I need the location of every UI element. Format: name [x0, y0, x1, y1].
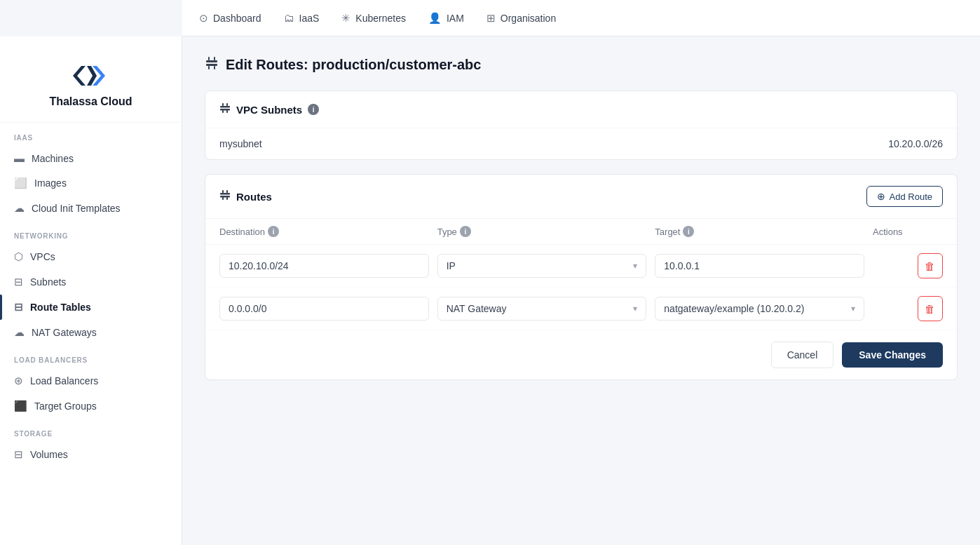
page-title-row: Edit Routes: production/customer-abc	[205, 56, 958, 74]
brand-logo	[72, 56, 111, 95]
route-row-1: NAT Gateway ▾ natgateway/example (10.20.…	[205, 288, 957, 330]
iaas-icon: 🗂	[284, 12, 294, 24]
cancel-button[interactable]: Cancel	[771, 342, 834, 368]
add-route-button[interactable]: ⊕ Add Route	[866, 186, 943, 207]
subnet-name: mysubnet	[219, 138, 262, 149]
nat-gateways-icon: ☁	[14, 326, 25, 339]
routes-header: Routes ⊕ Add Route	[205, 175, 957, 219]
nav-kubernetes[interactable]: ✳ Kubernetes	[341, 9, 406, 27]
svg-rect-12	[226, 110, 228, 113]
delete-route-0-button[interactable]: 🗑	[918, 253, 943, 278]
sidebar-section-networking: NETWORKING	[0, 221, 182, 244]
subnets-icon: ⊟	[14, 276, 23, 288]
target-select-1[interactable]: natgateway/example (10.20.0.2) ▾	[655, 297, 864, 321]
destination-input-1[interactable]	[219, 297, 429, 321]
col-target-label: Target	[655, 227, 680, 237]
sidebar-item-route-tables-label: Route Tables	[30, 302, 91, 313]
iam-icon: 👤	[428, 12, 442, 25]
vpc-subnets-title: VPC Subnets	[236, 104, 302, 116]
nav-dashboard-label: Dashboard	[213, 13, 261, 24]
route-row-0: IP ▾ 🗑	[205, 245, 957, 288]
save-changes-button[interactable]: Save Changes	[842, 342, 943, 368]
sidebar-section-iaas: IAAS	[0, 123, 182, 146]
svg-rect-5	[208, 66, 210, 69]
images-icon: ⬜	[14, 177, 27, 189]
sidebar-item-nat-gateways-label: NAT Gateways	[32, 327, 97, 338]
sidebar-item-volumes[interactable]: ⊟ Volumes	[0, 442, 182, 467]
subnet-cidr: 10.20.0.0/26	[888, 138, 943, 149]
svg-rect-13	[220, 193, 230, 195]
sidebar-item-images[interactable]: ⬜ Images	[0, 170, 182, 196]
col-actions-header: Actions	[873, 226, 943, 237]
add-icon: ⊕	[877, 191, 885, 202]
sidebar-item-nat-gateways[interactable]: ☁ NAT Gateways	[0, 320, 182, 345]
sidebar-item-vpcs[interactable]: ⬡ VPCs	[0, 244, 182, 269]
machines-icon: ▬	[14, 152, 25, 164]
nav-iam[interactable]: 👤 IAM	[428, 9, 464, 27]
delete-route-1-button[interactable]: 🗑	[918, 296, 943, 321]
sidebar-item-load-balancers[interactable]: ⊛ Load Balancers	[0, 368, 182, 393]
route-destination-1	[219, 297, 429, 321]
svg-rect-17	[222, 197, 224, 200]
col-target-header: Target i	[655, 226, 873, 237]
vpc-subnets-info-icon[interactable]: i	[308, 104, 319, 115]
type-chevron-0: ▾	[633, 261, 637, 271]
nav-organisation-label: Organisation	[501, 13, 556, 24]
vpcs-icon: ⬡	[14, 250, 23, 263]
target-groups-icon: ⬛	[14, 400, 27, 412]
svg-rect-18	[226, 197, 228, 200]
sidebar-item-subnets[interactable]: ⊟ Subnets	[0, 269, 182, 295]
svg-rect-8	[220, 109, 230, 111]
routes-card: Routes ⊕ Add Route Destination i Type i	[205, 174, 958, 380]
svg-rect-1	[206, 60, 217, 62]
route-actions-1: 🗑	[873, 296, 943, 321]
col-type-header: Type i	[437, 226, 655, 237]
delete-icon-0: 🗑	[925, 260, 935, 272]
add-route-label: Add Route	[890, 191, 932, 202]
svg-rect-15	[222, 190, 224, 193]
target-chevron-1: ▾	[851, 304, 855, 314]
main-content: Edit Routes: production/customer-abc	[182, 36, 980, 545]
sidebar-item-route-tables[interactable]: ⊟ Route Tables	[0, 295, 182, 320]
destination-input-0[interactable]	[219, 254, 429, 278]
vpc-subnets-card: VPC Subnets i mysubnet 10.20.0.0/26	[205, 90, 958, 160]
vpc-subnets-icon	[219, 102, 231, 116]
route-target-1: natgateway/example (10.20.0.2) ▾	[655, 297, 864, 321]
svg-rect-6	[214, 66, 215, 69]
type-select-1[interactable]: NAT Gateway ▾	[437, 297, 647, 321]
type-value-1: NAT Gateway	[447, 303, 507, 314]
route-tables-icon: ⊟	[14, 301, 23, 314]
destination-info-icon[interactable]: i	[268, 226, 279, 237]
top-nav: ⊙ Dashboard 🗂 IaaS ✳ Kubernetes 👤 IAM ⊞ …	[182, 0, 980, 36]
sidebar-item-cloud-init-label: Cloud Init Templates	[32, 203, 121, 214]
route-type-0: IP ▾	[437, 254, 647, 278]
svg-rect-9	[222, 103, 224, 106]
svg-rect-4	[214, 57, 215, 60]
target-info-icon[interactable]: i	[683, 226, 694, 237]
sidebar-item-target-groups-label: Target Groups	[34, 401, 97, 412]
dashboard-icon: ⊙	[199, 12, 208, 25]
target-input-0[interactable]	[655, 254, 864, 278]
svg-rect-11	[222, 110, 224, 113]
route-target-0	[655, 254, 864, 278]
nav-iaas[interactable]: 🗂 IaaS	[284, 9, 320, 27]
sidebar-section-load-balancers: LOAD BALANCERS	[0, 345, 182, 368]
sidebar-item-target-groups[interactable]: ⬛ Target Groups	[0, 393, 182, 419]
nav-iaas-label: IaaS	[299, 13, 320, 24]
sidebar-item-cloud-init[interactable]: ☁ Cloud Init Templates	[0, 196, 182, 221]
svg-rect-10	[226, 103, 228, 106]
sidebar: Thalassa Cloud IAAS ▬ Machines ⬜ Images …	[0, 36, 182, 545]
volumes-icon: ⊟	[14, 448, 23, 461]
brand-name: Thalassa Cloud	[49, 95, 132, 108]
route-type-1: NAT Gateway ▾	[437, 297, 647, 321]
type-chevron-1: ▾	[633, 304, 637, 314]
sidebar-item-machines[interactable]: ▬ Machines	[0, 146, 182, 170]
nav-dashboard[interactable]: ⊙ Dashboard	[199, 9, 261, 27]
routes-title-row: Routes	[219, 189, 272, 203]
col-type-label: Type	[437, 227, 457, 237]
nav-organisation[interactable]: ⊞ Organisation	[486, 9, 556, 27]
sidebar-item-vpcs-label: VPCs	[30, 251, 55, 262]
type-info-icon[interactable]: i	[460, 226, 471, 237]
type-select-0[interactable]: IP ▾	[437, 254, 647, 278]
card-footer: Cancel Save Changes	[205, 330, 957, 379]
